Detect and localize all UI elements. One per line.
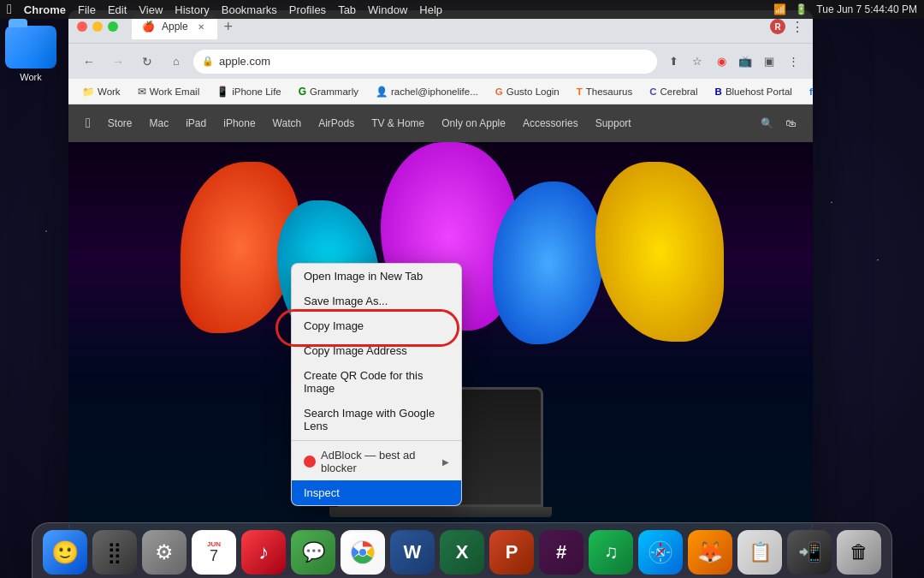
bookmark-work-email[interactable]: ✉ Work Email <box>131 84 207 99</box>
bookmark-work-icon: 📁 <box>82 86 94 98</box>
apple-nav-items:  Store Mac iPad iPhone Watch AirPods TV… <box>86 116 631 131</box>
dock-chrome[interactable] <box>341 530 385 575</box>
dock-trash[interactable]: 🗑 <box>837 530 881 575</box>
menubar-bookmarks[interactable]: Bookmarks <box>222 3 277 16</box>
dock-finder[interactable]: 🙂 <box>43 530 87 575</box>
apple-nav-support[interactable]: Support <box>595 117 631 129</box>
apple-nav-tv[interactable]: TV & Home <box>371 117 424 129</box>
menubar-history[interactable]: History <box>175 3 209 16</box>
address-bar[interactable]: 🔒 apple.com <box>193 50 657 74</box>
bookmark-grammarly[interactable]: G Grammarly <box>292 84 365 99</box>
apple-nav-only-apple[interactable]: Only on Apple <box>441 117 506 129</box>
bookmark-thesaurus[interactable]: T Thesaurus <box>570 85 639 98</box>
folder-icon <box>5 26 56 69</box>
menubar-file[interactable]: File <box>78 3 96 16</box>
dock-firefox[interactable]: 🦊 <box>688 530 732 575</box>
bookmark-iphone-life[interactable]: 📱 iPhone Life <box>210 84 288 99</box>
menubar-help[interactable]: Help <box>419 3 442 16</box>
profile-button[interactable]: R <box>770 19 785 34</box>
dock-music[interactable]: ♪ <box>241 530 286 575</box>
home-button[interactable]: ⌂ <box>164 50 188 74</box>
apple-nav-accessories[interactable]: Accessories <box>523 117 578 129</box>
tab-title: Apple <box>162 21 188 33</box>
bookmark-bluehost-label: Bluehost Portal <box>726 86 792 97</box>
context-copy-image[interactable]: Copy Image <box>292 313 461 338</box>
bookmark-iphone-label: iPhone Life <box>232 86 281 97</box>
character-5 <box>595 162 724 342</box>
adblock-item: AdBlock — best ad blocker <box>304 449 442 474</box>
bookmark-gusto[interactable]: G Gusto Login <box>489 85 566 98</box>
apple-nav-mac[interactable]: Mac <box>150 117 169 129</box>
apple-nav-airpods[interactable]: AirPods <box>318 117 354 129</box>
bookmark-button[interactable]: ☆ <box>686 51 708 73</box>
window-menu-button[interactable]: ⋮ <box>791 19 804 35</box>
tab-close-button[interactable]: ✕ <box>195 21 207 33</box>
menubar-profiles[interactable]: Profiles <box>289 3 326 16</box>
dock-spotify[interactable]: ♫ <box>589 530 633 575</box>
menubar-window[interactable]: Window <box>368 3 407 16</box>
character-4 <box>493 182 604 344</box>
dock-files[interactable]: 📋 <box>737 530 782 575</box>
context-search-lens[interactable]: Search Image with Google Lens <box>292 401 461 438</box>
adblock-label: AdBlock — best ad blocker <box>321 449 442 474</box>
bookmark-cerebral-icon: C <box>649 86 656 97</box>
apple-nav-watch[interactable]: Watch <box>273 117 302 129</box>
dock-iphone-backup[interactable]: 📲 <box>787 530 832 575</box>
dock-powerpoint[interactable]: P <box>489 530 534 575</box>
more-button[interactable]: ⋮ <box>782 51 804 73</box>
svg-point-2 <box>359 549 366 556</box>
url-text: apple.com <box>219 55 649 68</box>
menubar-view[interactable]: View <box>139 3 163 16</box>
apple-menu-icon[interactable]:  <box>7 2 12 17</box>
dock-excel[interactable]: X <box>440 530 484 575</box>
work-folder[interactable]: Work <box>5 26 56 82</box>
context-adblock[interactable]: AdBlock — best ad blocker ▶ <box>292 443 461 480</box>
dock-launchpad[interactable]: ⣿ <box>92 530 137 575</box>
bookmark-cerebral[interactable]: C Cerebral <box>643 85 704 98</box>
sidebar-button[interactable]: ▣ <box>758 51 780 73</box>
apple-nav-store[interactable]: Store <box>108 117 133 129</box>
menubar-tab[interactable]: Tab <box>338 3 356 16</box>
minimize-button[interactable] <box>92 21 103 32</box>
reload-button[interactable]: ↻ <box>135 50 159 74</box>
bookmark-thesaurus-icon: T <box>577 86 583 97</box>
traffic-lights <box>77 21 118 32</box>
bookmark-iphone-icon: 📱 <box>216 86 228 98</box>
bookmark-rachel-icon: 👤 <box>376 86 388 98</box>
dock-calendar[interactable]: JUN 7 <box>192 530 236 575</box>
bookmark-work-label: Work <box>98 86 121 97</box>
apple-nav-iphone[interactable]: iPhone <box>223 117 255 129</box>
bookmark-bluehost[interactable]: B Bluehost Portal <box>708 85 799 98</box>
extensions-button[interactable]: ◉ <box>710 51 732 73</box>
share-button[interactable]: ⬆ <box>662 51 684 73</box>
context-separator <box>292 440 461 441</box>
dock-word[interactable]: W <box>390 530 435 575</box>
maximize-button[interactable] <box>108 21 118 32</box>
menubar-battery-icon: 🔋 <box>795 3 808 15</box>
lock-icon: 🔒 <box>202 56 214 67</box>
dock-messages[interactable]: 💬 <box>291 530 335 575</box>
context-open-image[interactable]: Open Image in New Tab <box>292 264 461 289</box>
apple-search-icon[interactable]: 🔍 <box>761 117 773 129</box>
apple-bag-icon[interactable]: 🛍 <box>785 117 796 129</box>
menubar-app-name[interactable]: Chrome <box>24 3 66 16</box>
context-copy-address[interactable]: Copy Image Address <box>292 338 461 363</box>
context-inspect[interactable]: Inspect <box>292 480 461 505</box>
cast-button[interactable]: 📺 <box>734 51 756 73</box>
website-content:  Store Mac iPad iPhone Watch AirPods TV… <box>68 104 813 533</box>
context-save-image[interactable]: Save Image As... <box>292 289 461 313</box>
nav-bar: ← → ↻ ⌂ 🔒 apple.com ⬆ ☆ ◉ 📺 ▣ ⋮ <box>68 43 813 79</box>
apple-nav-ipad[interactable]: iPad <box>186 117 206 129</box>
context-qr-code[interactable]: Create QR Code for this Image <box>292 363 461 401</box>
bookmark-rachel[interactable]: 👤 rachel@iphonelife... <box>369 84 485 99</box>
dock-system-settings[interactable]: ⚙ <box>142 530 187 575</box>
dock-safari[interactable] <box>638 530 683 575</box>
forward-button[interactable]: → <box>106 50 130 74</box>
dock-slack[interactable]: # <box>539 530 583 575</box>
close-button[interactable] <box>77 21 87 32</box>
bookmark-cerebral-label: Cerebral <box>660 86 697 97</box>
bookmark-facebook[interactable]: f Facebook <box>803 85 813 98</box>
bookmark-work[interactable]: 📁 Work <box>75 84 127 99</box>
back-button[interactable]: ← <box>77 50 101 74</box>
menubar-edit[interactable]: Edit <box>108 3 127 16</box>
